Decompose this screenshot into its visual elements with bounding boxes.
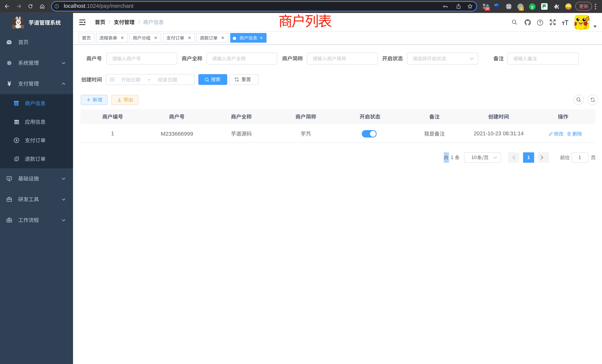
svg-text:y: y xyxy=(531,4,534,9)
